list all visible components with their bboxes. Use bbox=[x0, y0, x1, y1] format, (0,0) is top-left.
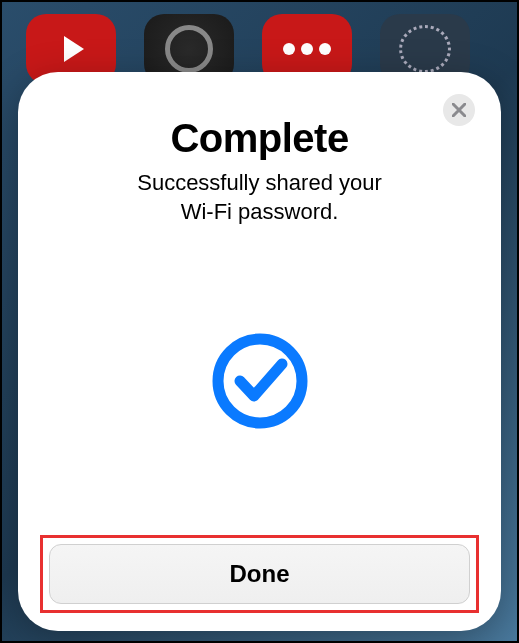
wifi-share-complete-modal: Complete Successfully shared your Wi-Fi … bbox=[18, 72, 501, 631]
close-button[interactable] bbox=[443, 94, 475, 126]
play-icon bbox=[64, 36, 84, 62]
close-icon bbox=[452, 103, 466, 117]
success-indicator bbox=[46, 226, 473, 535]
modal-title: Complete bbox=[46, 116, 473, 161]
done-button-highlight: Done bbox=[40, 535, 479, 613]
checkmark-circle-icon bbox=[210, 331, 310, 431]
modal-subtitle: Successfully shared your Wi-Fi password. bbox=[46, 169, 473, 226]
done-button[interactable]: Done bbox=[49, 544, 470, 604]
